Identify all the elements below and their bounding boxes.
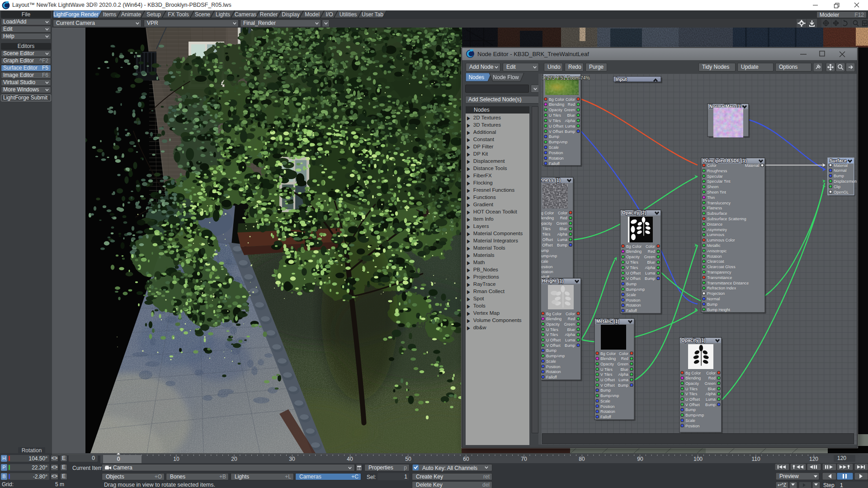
- svg-text:Green: Green: [564, 108, 576, 112]
- svg-text:1: 1: [840, 482, 843, 488]
- svg-text:Blending: Blending: [600, 356, 616, 361]
- svg-text:V Offset: V Offset: [546, 343, 561, 348]
- svg-text:Color: Color: [619, 351, 628, 356]
- svg-text:V Tiles: V Tiles: [546, 332, 558, 337]
- svg-text:NormalMap (1): NormalMap (1): [709, 104, 742, 109]
- svg-text:LightForge Render: LightForge Render: [53, 11, 99, 18]
- svg-text:Opacity: Opacity: [541, 221, 552, 226]
- svg-text:Falloff: Falloff: [549, 161, 560, 166]
- svg-text:Blending: Blending: [546, 317, 561, 321]
- svg-text:Luma: Luma: [557, 237, 567, 242]
- svg-text:BumpAmp: BumpAmp: [685, 413, 704, 417]
- svg-text:Color: Color: [706, 371, 716, 375]
- svg-text:Opacity (1): Opacity (1): [681, 338, 706, 343]
- svg-text:Metalic (1): Metalic (1): [596, 319, 619, 324]
- svg-text:Alpha: Alpha: [565, 332, 576, 337]
- svg-text:Bump: Bump: [557, 243, 567, 247]
- svg-text:U Offset: U Offset: [549, 124, 564, 128]
- svg-text:10: 10: [173, 456, 179, 462]
- svg-text:Preview: Preview: [779, 473, 799, 479]
- svg-text:Rotation: Rotation: [600, 409, 615, 414]
- svg-text:U Offset: U Offset: [546, 338, 561, 342]
- svg-text:Alpha: Alpha: [565, 118, 576, 123]
- svg-text:Refraction Index: Refraction Index: [707, 286, 736, 290]
- svg-text:↩^Z: ↩^Z: [778, 483, 786, 488]
- svg-text:Principled BSDF (1): Principled BSDF (1): [703, 158, 747, 163]
- svg-text:FX Tools: FX Tools: [168, 11, 189, 18]
- svg-text:120: 120: [809, 456, 818, 462]
- svg-text:V Offset: V Offset: [541, 243, 553, 247]
- svg-text:Transmittance Distance: Transmittance Distance: [707, 281, 749, 285]
- svg-text:Cameras: Cameras: [235, 11, 257, 18]
- svg-text:Red: Red: [648, 249, 655, 254]
- svg-text:V Offset: V Offset: [685, 403, 700, 407]
- svg-text:V Offset: V Offset: [600, 383, 615, 388]
- svg-text:Green: Green: [618, 362, 629, 366]
- svg-text:Flatness: Flatness: [707, 206, 722, 210]
- svg-text:Distance: Distance: [707, 222, 722, 227]
- svg-text:Alpha: Alpha: [618, 372, 629, 377]
- svg-text:U Tiles: U Tiles: [546, 327, 558, 332]
- svg-text:Color: Color: [566, 312, 575, 316]
- svg-text:Bg Color: Bg Color: [546, 312, 561, 316]
- svg-text:Displacement: Displacement: [834, 179, 857, 184]
- svg-text:Bump: Bump: [565, 343, 575, 348]
- svg-text:Green: Green: [644, 255, 656, 259]
- svg-text:0: 0: [117, 456, 120, 462]
- svg-text:U Offset: U Offset: [600, 378, 615, 382]
- svg-text:Sheen Tint: Sheen Tint: [707, 190, 726, 194]
- svg-text:Opacity: Opacity: [549, 108, 562, 112]
- svg-text:60: 60: [463, 456, 469, 462]
- svg-text:Lights: Lights: [216, 11, 230, 18]
- svg-text:Projection: Projection: [707, 291, 725, 296]
- svg-text:Position: Position: [600, 404, 614, 409]
- svg-text:I/O: I/O: [326, 11, 333, 18]
- svg-text:Blue: Blue: [567, 113, 575, 118]
- svg-text:U Tiles: U Tiles: [541, 227, 551, 231]
- svg-text:Position: Position: [626, 298, 640, 303]
- svg-text:BumpAmp: BumpAmp: [546, 354, 565, 358]
- svg-text:OpenGL: OpenGL: [834, 190, 849, 194]
- svg-text:Bump: Bump: [834, 174, 844, 178]
- svg-text:20: 20: [231, 456, 237, 462]
- svg-text:Rotation: Rotation: [541, 270, 553, 274]
- svg-text:Model: Model: [305, 11, 320, 18]
- svg-text:Anisotropic: Anisotropic: [707, 249, 727, 253]
- svg-text:Luma: Luma: [706, 397, 716, 402]
- svg-text:70: 70: [521, 456, 527, 462]
- svg-text:V Tiles: V Tiles: [600, 372, 613, 377]
- svg-text:Luma: Luma: [565, 338, 575, 342]
- svg-text:Bump: Bump: [705, 403, 716, 407]
- svg-text:Bg Color: Bg Color: [549, 97, 564, 102]
- svg-text:BumpAmp: BumpAmp: [549, 140, 567, 144]
- svg-text:Bg Color: Bg Color: [685, 371, 701, 375]
- svg-text:Blue: Blue: [567, 327, 575, 332]
- svg-text:Clearcoat: Clearcoat: [707, 259, 724, 264]
- svg-text:Blending: Blending: [541, 216, 554, 220]
- svg-text:Blue: Blue: [708, 387, 716, 391]
- svg-text:Alpha: Alpha: [706, 392, 716, 396]
- svg-text:Blue: Blue: [647, 260, 655, 265]
- svg-text:Step: Step: [823, 482, 835, 488]
- svg-text:Color: Color: [707, 163, 717, 168]
- svg-text:Render: Render: [260, 11, 278, 18]
- svg-text:Opacity: Opacity: [685, 381, 699, 386]
- svg-text:Bump: Bump: [565, 129, 575, 134]
- svg-text:Red: Red: [568, 102, 575, 107]
- svg-text:Green: Green: [705, 381, 716, 386]
- svg-text:User Tab: User Tab: [362, 11, 383, 18]
- svg-text:U Tiles: U Tiles: [600, 367, 613, 372]
- svg-text:Bump Height: Bump Height: [707, 308, 730, 312]
- svg-text:Luminous Color: Luminous Color: [707, 238, 735, 242]
- svg-text:110: 110: [751, 456, 760, 462]
- svg-text:Color: Color: [566, 97, 575, 102]
- svg-text:Position: Position: [685, 424, 699, 428]
- svg-text:Scale: Scale: [600, 399, 610, 403]
- svg-text:80: 80: [579, 456, 585, 462]
- svg-text:Material: Material: [745, 163, 759, 168]
- svg-text:Alpha: Alpha: [645, 265, 656, 270]
- svg-text:Transparency: Transparency: [707, 270, 731, 275]
- svg-text:U Tiles: U Tiles: [685, 387, 698, 391]
- svg-text:50: 50: [405, 456, 411, 462]
- svg-text:V Tiles: V Tiles: [541, 232, 551, 237]
